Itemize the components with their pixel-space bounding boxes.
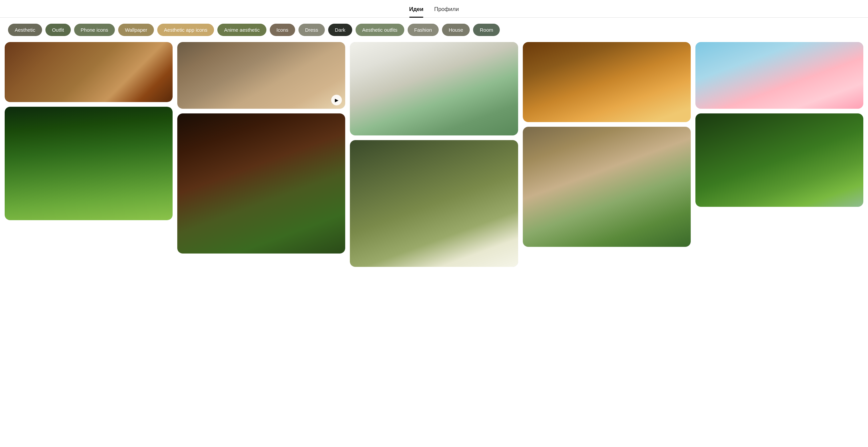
grid-item-kitchen[interactable]: [5, 42, 173, 102]
grid-item-books-candles[interactable]: ▶: [177, 42, 345, 109]
grid-item-bright-kitchen[interactable]: [350, 42, 518, 135]
grid-item-window-garden[interactable]: [523, 127, 691, 247]
pill-anime-aesthetic[interactable]: Anime aesthetic: [217, 24, 267, 36]
pill-house[interactable]: House: [442, 24, 470, 36]
pill-outfit[interactable]: Outfit: [45, 24, 71, 36]
pill-icons[interactable]: Icons: [270, 24, 295, 36]
tab-ideas[interactable]: Идеи: [409, 6, 424, 18]
grid-item-white-cat[interactable]: [350, 140, 518, 267]
tab-profiles[interactable]: Профили: [434, 6, 459, 18]
pill-aesthetic-outfits[interactable]: Aesthetic outfits: [355, 24, 404, 36]
pill-dark[interactable]: Dark: [328, 24, 352, 36]
pill-dress[interactable]: Dress: [299, 24, 325, 36]
grid-item-cottage[interactable]: [695, 113, 863, 207]
masonry-grid: ▶: [0, 42, 868, 280]
pill-aesthetic-app-icons[interactable]: Aesthetic app icons: [157, 24, 214, 36]
pill-aesthetic[interactable]: Aesthetic: [8, 24, 42, 36]
grid-item-picnic-basket[interactable]: [523, 42, 691, 122]
grid-item-cozy-room[interactable]: [177, 113, 345, 253]
pill-phone-icons[interactable]: Phone icons: [74, 24, 115, 36]
grid-item-forest-meadow[interactable]: [5, 107, 173, 220]
grid-item-pastel-sky[interactable]: [695, 42, 863, 109]
pill-wallpaper[interactable]: Wallpaper: [118, 24, 154, 36]
pills-row: Aesthetic Outfit Phone icons Wallpaper A…: [0, 18, 868, 42]
pill-room[interactable]: Room: [473, 24, 500, 36]
header-tabs: Идеи Профили: [0, 0, 868, 18]
pill-fashion[interactable]: Fashion: [408, 24, 439, 36]
